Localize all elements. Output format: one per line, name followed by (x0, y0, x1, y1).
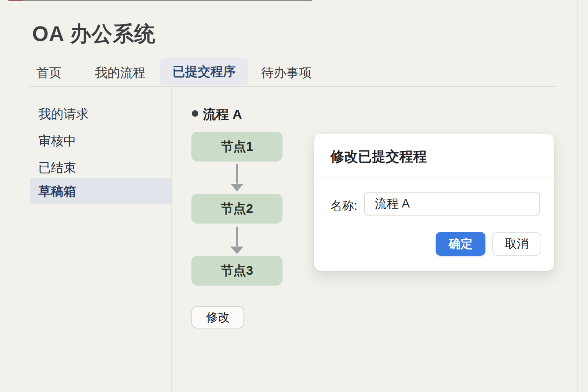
window-top-edge (8, 0, 312, 1)
tab-home[interactable]: 首页 (36, 64, 62, 82)
sidebar-item-drafts[interactable]: 草稿箱 (30, 178, 172, 204)
arrow-shaft (236, 227, 238, 247)
cancel-button[interactable]: 取消 (492, 232, 541, 256)
bullet-icon (192, 110, 198, 117)
edit-button[interactable]: 修改 (191, 306, 244, 328)
page-title: OA 办公系统 (32, 20, 156, 48)
edit-submitted-flow-dialog: 修改已提交程程 名称: 确定 取消 (314, 133, 554, 271)
sidebar-item-finished[interactable]: 已结束 (38, 159, 76, 176)
dialog-title: 修改已提交程程 (330, 147, 427, 166)
confirm-button[interactable]: 确定 (436, 232, 485, 256)
flow-node-1: 节点1 (191, 132, 283, 162)
arrow-down-icon (229, 227, 245, 255)
sidebar-item-in-review[interactable]: 审核中 (38, 132, 76, 150)
oa-app-window: OA 办公系统 首页 我的流程 已提交程序 待办事项 我的请求 审核中 已结束 … (0, 0, 588, 392)
window-right-edge (577, 0, 578, 392)
arrow-shaft (236, 164, 238, 184)
flow-node-2: 节点2 (191, 194, 283, 224)
flow-node-3: 节点3 (191, 256, 283, 286)
name-input[interactable] (364, 192, 540, 216)
name-field-label: 名称: (330, 198, 358, 214)
window-top-edge-red-mark (9, 0, 23, 1)
sidebar-item-my-requests[interactable]: 我的请求 (38, 106, 89, 123)
sidebar-divider (172, 87, 172, 392)
arrow-head (230, 184, 243, 191)
tab-bar-divider (29, 86, 555, 87)
flow-section-title: 流程 A (203, 106, 242, 123)
sidebar-item-drafts-label: 草稿箱 (38, 183, 76, 200)
arrow-down-icon (229, 164, 245, 192)
arrow-head (230, 247, 243, 254)
tab-my-flows[interactable]: 我的流程 (95, 64, 145, 82)
tab-todo-items[interactable]: 待办事项 (261, 64, 312, 82)
tab-submitted-flows[interactable]: 已提交程序 (160, 58, 248, 85)
dialog-title-divider (314, 178, 554, 178)
tab-submitted-flows-label: 已提交程序 (173, 63, 236, 80)
